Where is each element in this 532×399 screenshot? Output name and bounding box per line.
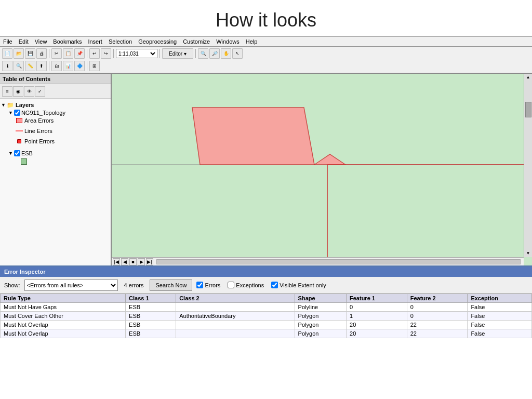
map-nav-next[interactable]: ▶| [146,258,153,265]
toc-list-btn[interactable]: ≡ [2,86,12,97]
error-table-header-row: Rule Type Class 1 Class 2 Shape Feature … [1,294,532,303]
ei-title: Error Inspector [4,269,45,275]
cell-r1-c2: AuthoritativeBoundary [176,312,295,321]
point-errors-label: Point Errors [24,138,55,144]
tb-editor-btn[interactable]: Editor ▾ [162,48,193,59]
area-errors-icon [16,117,23,124]
cell-r0-c2 [176,303,295,312]
ei-toolbar: Show: <Errors from all rules> 4 errors S… [0,277,532,294]
exceptions-check-label: Exceptions [236,282,264,288]
tb-paste-btn[interactable]: 📌 [74,48,85,59]
map-nav-prev[interactable]: ◀ [121,258,128,265]
col-shape: Shape [295,294,346,303]
tb-attr-btn[interactable]: 📊 [63,61,73,71]
map-nav-first[interactable]: |◀ [113,258,120,265]
cell-r2-c0: Must Not Overlap [1,321,126,329]
scroll-up-btn[interactable]: ▲ [526,74,530,81]
menu-bookmarks[interactable]: Bookmarks [53,38,82,45]
topology-expand-icon[interactable]: ▼ [8,110,13,115]
tb-zoom-out-btn[interactable]: 🔎 [209,48,220,59]
map-scrollbar-v[interactable]: ▲ ▼ [524,74,532,257]
tb-sep-1 [49,49,49,58]
cell-r1-c6: False [468,312,532,321]
cell-r3-c1: ESB [126,329,176,338]
search-now-button[interactable]: Search Now [150,280,192,291]
tb-copy-btn[interactable]: 📋 [63,48,73,59]
menu-selection[interactable]: Selection [109,38,132,45]
tb-measure-btn[interactable]: 📏 [25,61,35,71]
tb-snap-btn[interactable]: ⊞ [89,61,100,71]
scroll-down-btn[interactable]: ▼ [526,250,530,257]
ei-show-dropdown[interactable]: <Errors from all rules> [24,280,118,291]
table-row[interactable]: Must Cover Each OtherESBAuthoritativeBou… [1,312,532,321]
scroll-thumb-v[interactable] [525,102,531,117]
cell-r2-c5: 22 [407,321,468,329]
col-feature1: Feature 1 [347,294,407,303]
tb-identify-btn[interactable]: ℹ [2,61,12,71]
topology-checkbox[interactable] [14,110,20,116]
cell-r1-c5: 0 [407,312,468,321]
cell-r0-c6: False [468,303,532,312]
col-exception: Exception [468,294,532,303]
menu-insert[interactable]: Insert [88,38,102,45]
topology-label: NG911_Topology [21,110,65,116]
tb-cut-btn[interactable]: ✂ [51,48,62,59]
tb-pan-btn[interactable]: ✋ [221,48,231,59]
toc-title: Table of Contents [3,76,50,82]
esb-checkbox[interactable] [14,150,20,156]
toolbar-area: 📄 📂 💾 🖨 ✂ 📋 📌 ↩ ↪ 1:11,031 Editor ▾ 🔍 🔎 … [0,47,532,73]
tb-sep-7 [87,61,87,71]
cell-r2-c2 [176,321,295,329]
exceptions-checkbox[interactable] [228,282,234,288]
tb-sep-5 [195,49,196,58]
esb-label: ESB [21,150,33,156]
tb-sep-4 [159,49,160,58]
cell-r0-c3: Polyline [295,303,346,312]
toc-vis-btn[interactable]: 👁 [24,86,34,97]
toc-source-btn[interactable]: ◉ [13,86,23,97]
tb-save-btn[interactable]: 💾 [25,48,35,59]
tb-topology-btn[interactable]: 🔷 [74,61,85,71]
layers-expand-icon[interactable]: ▼ [1,102,6,108]
ei-show-label: Show: [4,282,20,288]
map-nav-play[interactable]: ▶ [138,258,145,265]
tb-open-btn[interactable]: 📂 [14,48,24,59]
tb-zoom-in-btn[interactable]: 🔍 [198,48,208,59]
cell-r2-c6: False [468,321,532,329]
page-title: How it looks [0,0,532,36]
map-nav-stop[interactable]: ■ [129,258,137,265]
map-svg [112,74,532,265]
table-row[interactable]: Must Not OverlapESBPolygon2022False [1,321,532,329]
menu-view[interactable]: View [35,38,47,45]
tb-layer-btn[interactable]: 🗂 [51,61,62,71]
menu-bar: File Edit View Bookmarks Insert Selectio… [0,36,532,47]
tb-search-btn[interactable]: 🔍 [14,61,24,71]
cell-r2-c1: ESB [126,321,176,329]
tb-undo-btn[interactable]: ↩ [89,48,100,59]
menu-customize[interactable]: Customize [183,38,210,45]
ei-error-count: 4 errors [124,282,144,288]
cell-r3-c3: Polygon [295,329,346,338]
scale-dropdown[interactable]: 1:11,031 [116,49,157,58]
menu-help[interactable]: Help [246,38,258,45]
map-canvas[interactable]: |◀ ◀ ■ ▶ ▶| ▲ ▼ [112,74,532,265]
toc-sel-btn[interactable]: ✓ [35,86,45,97]
ei-exceptions-check: Exceptions [228,282,264,288]
errors-checkbox[interactable] [196,282,203,288]
table-row[interactable]: Must Not OverlapESBPolygon2022False [1,329,532,338]
tb-print-btn[interactable]: 🖨 [36,48,47,59]
menu-edit[interactable]: Edit [19,38,29,45]
tb-select-btn[interactable]: ↖ [232,48,243,59]
menu-windows[interactable]: Windows [216,38,240,45]
menu-geoprocessing[interactable]: Geoprocessing [138,38,177,45]
tb-new-btn[interactable]: 📄 [2,48,12,59]
cell-r3-c5: 22 [407,329,468,338]
cell-r2-c4: 20 [347,321,407,329]
visible-checkbox[interactable] [271,282,278,288]
table-row[interactable]: Must Not Have GapsESBPolyline00False [1,303,532,312]
menu-file[interactable]: File [3,38,12,45]
esb-expand-icon[interactable]: ▼ [8,151,13,156]
tb-goto-btn[interactable]: ⬆ [36,61,47,71]
tb-redo-btn[interactable]: ↪ [101,48,111,59]
col-class2: Class 2 [176,294,295,303]
